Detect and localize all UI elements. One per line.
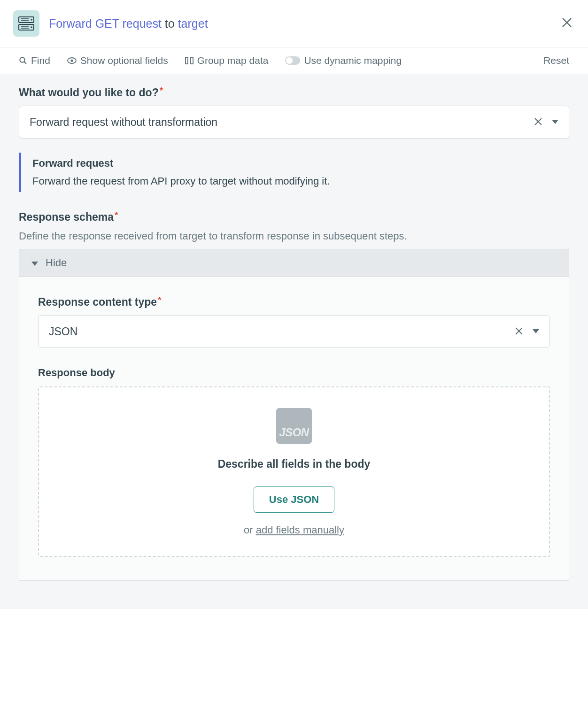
hide-label: Hide — [46, 257, 67, 269]
dynamic-mapping-label: Use dynamic mapping — [304, 55, 402, 66]
required-asterisk: * — [115, 210, 118, 220]
server-icon — [13, 10, 39, 37]
title-target-link[interactable]: target — [178, 17, 208, 30]
describe-fields-text: Describe all fields in the body — [218, 458, 371, 471]
svg-point-7 — [31, 26, 32, 28]
reset-button[interactable]: Reset — [543, 55, 569, 66]
svg-point-6 — [31, 19, 32, 21]
caret-down-icon — [31, 257, 38, 269]
content-type-label: Response content type* — [38, 296, 550, 309]
eye-icon — [67, 57, 77, 64]
group-map-label: Group map data — [197, 55, 269, 66]
svg-point-13 — [70, 59, 73, 62]
dynamic-mapping-toggle[interactable]: Use dynamic mapping — [285, 55, 402, 66]
title-mid: to — [162, 17, 178, 30]
content-type-label-text: Response content type — [38, 296, 157, 308]
svg-marker-22 — [533, 329, 539, 333]
response-body-empty-state: JSON Describe all fields in the body Use… — [38, 386, 550, 557]
svg-marker-18 — [552, 120, 558, 124]
title-action-link[interactable]: Forward GET request — [49, 17, 162, 30]
manual-alternative: or add fields manually — [244, 524, 344, 536]
intent-label-text: What would you like to do? — [19, 86, 159, 99]
intent-label: What would you like to do?* — [19, 86, 569, 99]
find-button[interactable]: Find — [19, 55, 50, 66]
show-optional-label: Show optional fields — [80, 55, 168, 66]
toggle-off-icon — [285, 56, 300, 65]
intent-select-value: Forward request without transformation — [30, 116, 529, 129]
required-asterisk: * — [158, 295, 161, 305]
content-type-value: JSON — [49, 325, 510, 338]
svg-rect-15 — [191, 57, 193, 64]
content-type-select[interactable]: JSON — [38, 315, 550, 348]
close-icon[interactable] — [559, 13, 575, 34]
svg-rect-14 — [186, 57, 188, 64]
response-schema-label: Response schema* — [19, 211, 569, 224]
add-fields-manually-link[interactable]: add fields manually — [256, 524, 344, 536]
show-optional-button[interactable]: Show optional fields — [67, 55, 168, 66]
clear-icon[interactable] — [529, 116, 547, 129]
find-label: Find — [31, 55, 50, 66]
caret-down-icon — [547, 118, 558, 126]
hide-toggle-bar[interactable]: Hide — [19, 249, 569, 277]
forward-request-callout: Forward request Forward the request from… — [19, 153, 569, 192]
svg-marker-19 — [31, 262, 38, 266]
response-schema-label-text: Response schema — [19, 211, 114, 223]
caret-down-icon — [528, 327, 539, 336]
json-badge-icon: JSON — [276, 408, 312, 444]
response-body-label: Response body — [38, 367, 550, 379]
panel-title: Forward GET request to target — [49, 17, 208, 31]
svg-point-10 — [20, 57, 24, 62]
response-schema-hint: Define the response received from target… — [19, 230, 569, 242]
toolbar: Find Show optional fields Group map data… — [0, 47, 588, 74]
callout-title: Forward request — [32, 157, 569, 170]
content-area: What would you like to do?* Forward requ… — [0, 74, 588, 609]
panel-header: Forward GET request to target — [0, 0, 588, 47]
use-json-button[interactable]: Use JSON — [254, 486, 334, 513]
response-schema-panel: Response content type* JSON Response bod… — [19, 277, 569, 581]
svg-line-11 — [24, 62, 27, 64]
required-asterisk: * — [160, 85, 163, 95]
clear-icon[interactable] — [510, 325, 528, 338]
search-icon — [19, 56, 27, 65]
columns-icon — [185, 57, 193, 64]
group-map-button[interactable]: Group map data — [185, 55, 269, 66]
callout-body: Forward the request from API proxy to ta… — [32, 175, 569, 187]
intent-select[interactable]: Forward request without transformation — [19, 106, 569, 139]
or-text: or — [244, 524, 256, 536]
